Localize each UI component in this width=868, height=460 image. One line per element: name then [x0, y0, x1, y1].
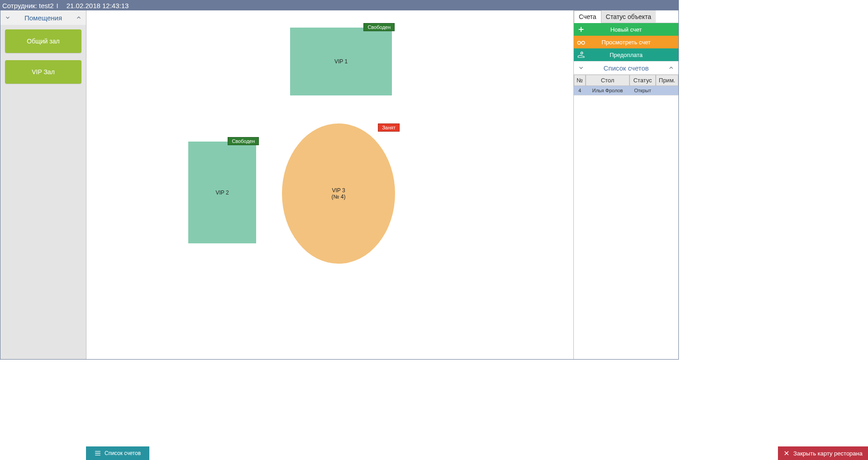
room-label: Общий зал: [27, 38, 59, 45]
tab-object-status[interactable]: Статус объекта: [601, 10, 656, 23]
grid-row[interactable]: 4 Илья Фролов Открыт: [574, 86, 678, 95]
tab-label: Счета: [579, 13, 596, 20]
cell-table: Илья Фролов: [586, 86, 630, 95]
button-label: Закрыть карту ресторана: [793, 450, 863, 457]
cell-status: Открыт: [630, 86, 656, 95]
table-vip1[interactable]: Свободен VIP 1: [290, 28, 392, 95]
room-button-vip[interactable]: VIP Зал: [5, 60, 81, 84]
col-header-table[interactable]: Стол: [586, 75, 630, 86]
cell-no: 4: [574, 86, 586, 95]
hand-coin-icon: [574, 51, 588, 58]
table-vip2[interactable]: Свободен VIP 2: [188, 142, 256, 243]
employee-label: Сотрудник:: [2, 2, 37, 9]
table-label: VIP 2: [215, 190, 229, 196]
table-label: VIP 3: [332, 187, 345, 194]
table-label: VIP 1: [334, 58, 348, 65]
binoculars-icon: [574, 39, 588, 45]
room-label: VIP Зал: [32, 68, 55, 76]
cell-note: [656, 86, 678, 95]
bills-list-title: Список счетов: [585, 64, 668, 72]
action-buttons: Новый счет Просмотреть счет Предоплата: [574, 23, 678, 61]
svg-point-2: [581, 52, 583, 54]
hamburger-icon: [95, 451, 101, 456]
rooms-panel-header: Помещения: [0, 10, 86, 25]
tab-label: Статус объекта: [606, 13, 651, 20]
grid-header-row: № Стол Статус Прим.: [574, 75, 678, 86]
svg-point-0: [577, 41, 581, 44]
top-bar: Сотрудник: test2 I 21.02.2018 12:43:13: [0, 0, 678, 10]
button-label: Новый счет: [588, 26, 678, 33]
col-header-note[interactable]: Прим.: [656, 75, 678, 86]
room-button-common[interactable]: Общий зал: [5, 29, 81, 53]
button-label: Предоплата: [588, 52, 678, 58]
table-vip3[interactable]: Занят VIP 3 (№ 4): [282, 123, 395, 264]
table-sub-label: (№ 4): [332, 194, 346, 200]
topbar-datetime: 21.02.2018 12:43:13: [67, 2, 129, 9]
app-window: Сотрудник: test2 I 21.02.2018 12:43:13 П…: [0, 0, 679, 360]
chevron-down-icon[interactable]: [577, 64, 585, 71]
chevron-up-icon[interactable]: [75, 14, 82, 21]
right-tabs: Счета Статус объекта: [574, 10, 678, 23]
button-label: Список счетов: [105, 450, 141, 456]
employee-name: test2: [39, 2, 54, 9]
floor-map[interactable]: Свободен VIP 1 Свободен VIP 2 Занят VIP …: [86, 10, 573, 359]
close-map-button[interactable]: Закрыть карту ресторана: [778, 446, 868, 460]
plus-icon: [574, 26, 588, 33]
new-bill-button[interactable]: Новый счет: [574, 23, 678, 36]
bills-list-bottom-button[interactable]: Список счетов: [86, 446, 149, 460]
status-badge: Свободен: [228, 137, 259, 145]
close-icon: [783, 450, 790, 456]
topbar-separator: I: [57, 2, 58, 9]
status-badge: Занят: [378, 123, 400, 132]
chevron-up-icon[interactable]: [668, 64, 675, 71]
col-header-status[interactable]: Статус: [630, 75, 656, 86]
view-bill-button[interactable]: Просмотреть счет: [574, 36, 678, 48]
bills-panel: Счета Статус объекта Новый счет: [573, 10, 678, 359]
chevron-down-icon[interactable]: [4, 14, 11, 21]
main-area: Помещения Общий зал VIP Зал Свободен VIP…: [0, 10, 678, 359]
tab-bills[interactable]: Счета: [574, 10, 601, 23]
prepay-button[interactable]: Предоплата: [574, 48, 678, 61]
bills-list-header: Список счетов: [574, 61, 678, 75]
status-badge: Свободен: [363, 23, 395, 31]
col-header-no[interactable]: №: [574, 75, 586, 86]
button-label: Просмотреть счет: [588, 39, 678, 46]
bills-grid: № Стол Статус Прим. 4 Илья Фролов Открыт: [574, 75, 678, 95]
svg-point-1: [582, 41, 585, 44]
rooms-panel-title: Помещения: [11, 14, 75, 22]
rooms-sidebar: Помещения Общий зал VIP Зал: [0, 10, 86, 359]
